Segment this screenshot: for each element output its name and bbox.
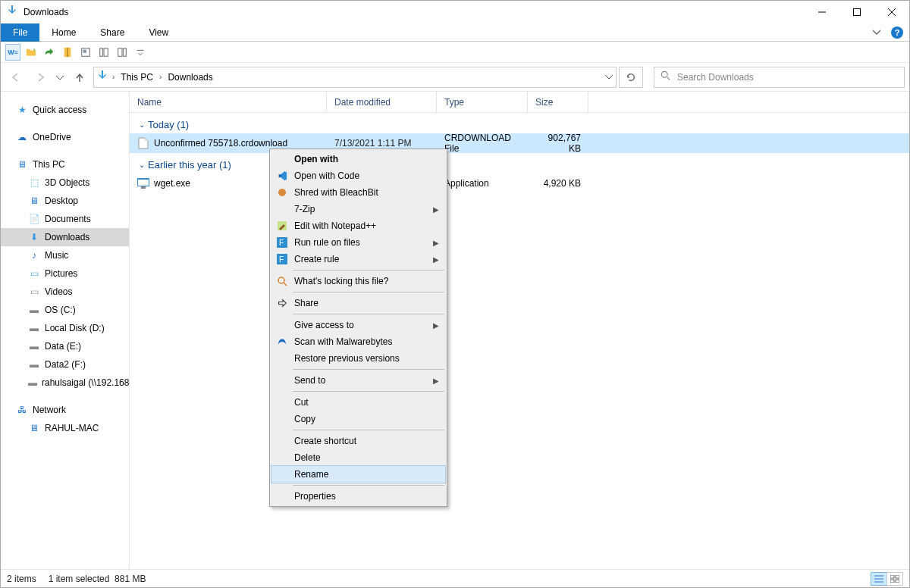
column-size[interactable]: Size <box>528 92 588 112</box>
view-thumbnails-button[interactable] <box>886 572 903 586</box>
column-name[interactable]: Name <box>130 92 327 112</box>
view-details-button[interactable] <box>871 572 887 586</box>
desktop-icon: 🖥 <box>28 195 40 206</box>
separator <box>293 270 444 271</box>
close-button[interactable] <box>874 1 909 23</box>
separator <box>293 485 444 486</box>
cm-run-rule[interactable]: FRun rule on files▶ <box>271 234 445 251</box>
up-button[interactable] <box>69 67 90 88</box>
chevron-right-icon[interactable]: › <box>159 73 162 81</box>
cube-icon: ⬚ <box>28 177 40 188</box>
tree-network[interactable]: 🖧Network <box>1 401 129 419</box>
cm-7zip[interactable]: 7-Zip▶ <box>271 201 445 217</box>
search-icon <box>661 70 671 83</box>
qat-layout1-icon[interactable] <box>96 44 111 61</box>
recent-dropdown[interactable] <box>54 67 66 88</box>
tree-downloads[interactable]: ⬇Downloads <box>1 228 129 246</box>
tree-music[interactable]: ♪Music <box>1 246 129 264</box>
tab-file[interactable]: File <box>1 23 39 42</box>
qat-reveal-icon[interactable] <box>78 44 93 61</box>
group-today[interactable]: ⌄ Today (1) <box>130 113 909 133</box>
tree-data-e[interactable]: ▬Data (E:) <box>1 337 129 355</box>
tree-quick-access[interactable]: ★Quick access <box>1 101 129 119</box>
search-input[interactable] <box>676 71 898 83</box>
cm-whats-locking[interactable]: What's locking this file? <box>271 273 445 289</box>
tree-3d-objects[interactable]: ⬚3D Objects <box>1 174 129 192</box>
qat-properties-icon[interactable]: W≡ <box>5 44 20 61</box>
cm-malwarebytes[interactable]: Scan with Malwarebytes <box>271 333 445 350</box>
videos-icon: ▭ <box>28 286 40 297</box>
svg-line-15 <box>667 77 670 80</box>
tree-rahul-mac[interactable]: 🖥RAHUL-MAC <box>1 419 129 437</box>
vscode-icon <box>276 170 288 182</box>
cm-copy[interactable]: Copy <box>271 411 445 427</box>
cm-create-rule[interactable]: FCreate rule▶ <box>271 251 445 267</box>
disk-icon: ▬ <box>28 305 40 315</box>
file-size: 4,920 KB <box>528 178 588 189</box>
chevron-down-icon: ⌄ <box>139 120 145 129</box>
column-date[interactable]: Date modified <box>327 92 437 112</box>
cm-shred-bleachbit[interactable]: Shred with BleachBit <box>271 184 445 201</box>
help-button[interactable]: ? <box>891 27 903 39</box>
tree-local-d[interactable]: ▬Local Disk (D:) <box>1 319 129 337</box>
chevron-right-icon: ▶ <box>433 205 439 214</box>
cm-notepadpp[interactable]: Edit with Notepad++ <box>271 217 445 234</box>
context-menu: Open with Open with Code Shred with Blea… <box>269 149 447 507</box>
breadcrumb-this-pc[interactable]: This PC <box>116 72 158 83</box>
tab-home[interactable]: Home <box>39 23 88 42</box>
maximize-button[interactable] <box>839 1 874 23</box>
separator <box>293 292 444 292</box>
address-bar[interactable]: › This PC › Downloads <box>93 67 617 88</box>
cm-rename[interactable]: Rename <box>271 466 445 483</box>
qat-new-folder-icon[interactable] <box>24 44 39 61</box>
tab-view[interactable]: View <box>136 23 180 42</box>
cm-restore-versions[interactable]: Restore previous versions <box>271 350 445 367</box>
column-type[interactable]: Type <box>437 92 528 112</box>
qat-overflow-icon[interactable] <box>133 44 148 61</box>
cm-create-shortcut[interactable]: Create shortcut <box>271 433 445 449</box>
qat-zip-icon[interactable] <box>60 44 75 61</box>
cm-properties[interactable]: Properties <box>271 488 445 505</box>
back-button[interactable] <box>5 67 27 88</box>
separator <box>293 369 444 370</box>
status-selected: 1 item selected 881 MB <box>49 574 146 584</box>
navigation-bar: › This PC › Downloads <box>1 63 909 92</box>
breadcrumb-downloads[interactable]: Downloads <box>163 72 217 83</box>
cm-cut[interactable]: Cut <box>271 394 445 411</box>
tree-this-pc[interactable]: 🖥This PC <box>1 155 129 174</box>
tree-onedrive[interactable]: ☁OneDrive <box>1 128 129 146</box>
cm-give-access[interactable]: Give access to▶ <box>271 317 445 333</box>
cm-delete[interactable]: Delete <box>271 449 445 466</box>
tree-videos[interactable]: ▭Videos <box>1 283 129 301</box>
minimize-button[interactable] <box>805 1 839 23</box>
pictures-icon: ▭ <box>28 268 40 279</box>
tab-share[interactable]: Share <box>88 23 136 42</box>
cm-share[interactable]: Share <box>271 295 445 311</box>
cm-send-to[interactable]: Send to▶ <box>271 372 445 389</box>
tree-netdrive[interactable]: ▬rahulsaigal (\\192.168 <box>1 374 129 392</box>
tree-data2-f[interactable]: ▬Data2 (F:) <box>1 355 129 374</box>
svg-rect-24 <box>890 580 894 583</box>
ribbon-collapse-chevron[interactable] <box>868 27 885 38</box>
tree-documents[interactable]: 📄Documents <box>1 210 129 228</box>
forward-button[interactable] <box>30 67 51 88</box>
group-earlier[interactable]: ⌄ Earlier this year (1) <box>130 153 909 174</box>
downloads-icon <box>7 5 19 20</box>
file-row[interactable]: Unconfirmed 755718.crdownload 7/13/2021 … <box>130 133 909 153</box>
qat-layout2-icon[interactable] <box>115 44 130 61</box>
address-dropdown-icon[interactable] <box>605 73 613 82</box>
chevron-right-icon[interactable]: › <box>112 73 115 81</box>
file-row[interactable]: wget.exe Application 4,920 KB <box>130 174 909 193</box>
tree-desktop[interactable]: 🖥Desktop <box>1 192 129 210</box>
qat-share-arrow-icon[interactable] <box>42 44 57 61</box>
refresh-button[interactable] <box>619 67 643 88</box>
svg-text:F: F <box>279 255 284 264</box>
tree-pictures[interactable]: ▭Pictures <box>1 264 129 283</box>
search-box[interactable] <box>654 67 905 88</box>
tree-os-c[interactable]: ▬OS (C:) <box>1 301 129 319</box>
file-size: 902,767 KB <box>528 133 588 154</box>
cm-open-with-code[interactable]: Open with Code <box>271 167 445 184</box>
disk-icon: ▬ <box>28 359 40 370</box>
cm-open-with[interactable]: Open with <box>271 151 445 167</box>
bleachbit-icon <box>276 186 288 199</box>
